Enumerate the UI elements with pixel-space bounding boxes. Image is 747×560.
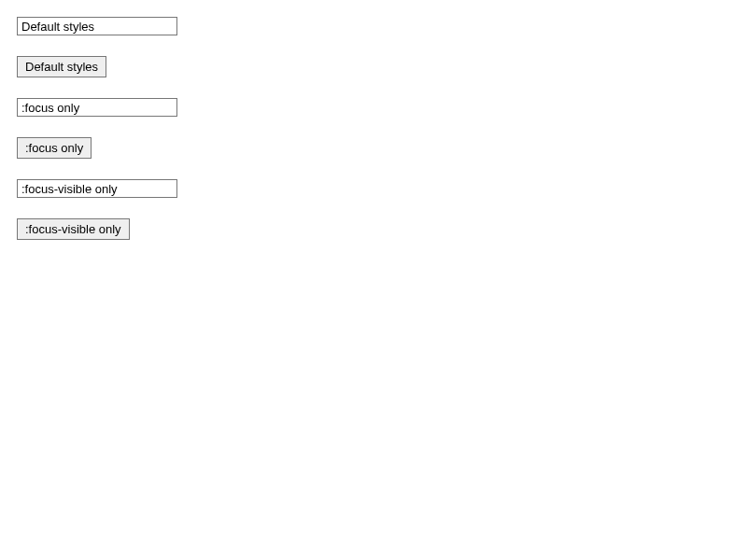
- focus-only-button[interactable]: :focus only: [17, 137, 92, 159]
- default-styles-input[interactable]: [17, 17, 177, 35]
- default-styles-button[interactable]: Default styles: [17, 56, 106, 77]
- focus-visible-only-button[interactable]: :focus-visible only: [17, 218, 130, 240]
- focus-only-input[interactable]: [17, 98, 177, 117]
- focus-visible-only-input[interactable]: [17, 179, 177, 198]
